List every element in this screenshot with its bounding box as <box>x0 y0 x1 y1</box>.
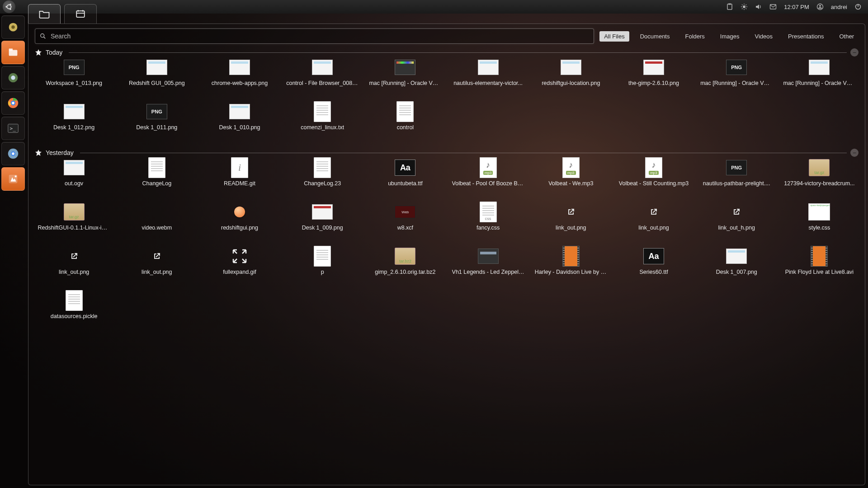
file-label: fullexpand.gif <box>223 269 256 275</box>
file-item[interactable]: ♪mp3Volbeat - Still Counting.mp3 <box>614 159 693 198</box>
filter-presentations[interactable]: Presentations <box>783 31 829 42</box>
file-label: redshiftgui-location.png <box>542 80 600 86</box>
file-label: Pink Floyd Live at Live8.avi <box>785 269 854 275</box>
file-item[interactable]: PNGnautilus-pathbar-prelight.... <box>698 159 776 198</box>
file-item[interactable]: mac [Running] - Oracle VM ... <box>366 58 444 98</box>
file-item[interactable]: Harley - Davidson Live by it... <box>532 247 610 287</box>
launcher-item-chromium[interactable] <box>1 142 25 165</box>
ubuntu-button[interactable] <box>3 0 15 13</box>
file-item[interactable]: comenzi_linux.txt <box>283 103 362 142</box>
top-panel: 12:07 PM andrei <box>0 0 868 14</box>
launcher-item-apps[interactable] <box>1 167 25 191</box>
file-item[interactable]: link_out.png <box>35 247 113 287</box>
file-item[interactable]: Desk 1_010.png <box>200 103 278 142</box>
search-row: All FilesDocumentsFoldersImagesVideosPre… <box>35 28 859 44</box>
file-label: Volbeat - We.mp3 <box>548 180 593 187</box>
launcher-item-sound[interactable] <box>1 15 25 39</box>
file-item[interactable]: README.git <box>200 159 278 198</box>
file-label: RedshiftGUI-0.1.1-Linux-i68... <box>38 225 110 231</box>
username[interactable]: andrei <box>831 4 847 10</box>
file-label: ChangeLog.23 <box>304 180 341 187</box>
file-item[interactable]: p <box>283 247 362 287</box>
svg-point-17 <box>819 5 821 7</box>
file-label: out.ogv <box>65 180 83 187</box>
indicator-messages[interactable] <box>769 3 777 10</box>
file-item[interactable]: AaSeries60.ttf <box>614 247 693 287</box>
file-item[interactable]: PNGWorkspace 1_013.png <box>35 58 113 98</box>
filter-documents[interactable]: Documents <box>636 31 675 42</box>
file-grid-yesterday: out.ogvChangeLogREADME.gitChangeLog.23Aa… <box>35 159 859 331</box>
filter-videos[interactable]: Videos <box>750 31 777 42</box>
file-item[interactable]: link_out.png <box>532 203 610 243</box>
launcher-item-terminal[interactable]: >_ <box>1 117 25 140</box>
filter-folders[interactable]: Folders <box>680 31 709 42</box>
file-item[interactable]: fullexpand.gif <box>200 247 278 287</box>
file-item[interactable]: Pink Floyd Live at Live8.avi <box>780 247 859 287</box>
file-item[interactable]: video.webm <box>118 203 196 243</box>
file-item[interactable]: Redshift GUI_005.png <box>118 58 196 98</box>
file-item[interactable]: chrome-web-apps.png <box>200 58 278 98</box>
file-item[interactable]: link_out_h.png <box>698 203 776 243</box>
file-label: Vh1 Legends - Led Zeppelin... <box>452 269 524 275</box>
file-item[interactable]: nautilus-elementary-victor... <box>449 58 527 98</box>
collapse-today[interactable]: − <box>850 48 859 56</box>
indicator-weather[interactable] <box>741 3 748 10</box>
file-item[interactable]: Webw8.xcf <box>366 203 444 243</box>
file-item[interactable]: ♪mp3Volbeat - Pool Of Booze Bo... <box>449 159 527 198</box>
clock[interactable]: 12:07 PM <box>784 4 809 10</box>
svg-rect-23 <box>9 49 13 51</box>
file-item[interactable]: Vh1 Legends - Led Zeppelin... <box>449 247 527 287</box>
file-item[interactable]: .a{color:#0a0}.b{margin:0}.c{padding:2px… <box>780 203 859 243</box>
divider <box>80 153 847 153</box>
file-item[interactable]: PNGmac [Running] - Oracle VM ... <box>698 58 776 98</box>
indicator-session[interactable] <box>816 3 824 10</box>
collapse-yesterday[interactable]: − <box>850 149 859 157</box>
search-box[interactable] <box>35 28 594 44</box>
launcher-item-app1[interactable] <box>1 66 25 89</box>
lens-tab-files[interactable] <box>28 4 61 23</box>
svg-line-13 <box>742 9 743 9</box>
file-label: style.css <box>808 225 830 231</box>
file-label: video.webm <box>142 225 172 231</box>
file-label: Workspace 1_013.png <box>46 80 102 86</box>
indicator-power[interactable] <box>854 3 862 10</box>
lens-tab-apps[interactable] <box>64 4 97 23</box>
filter-other[interactable]: Other <box>835 31 859 42</box>
file-label: the-gimp-2.6.10.png <box>628 80 679 86</box>
indicator-clipboard[interactable] <box>726 3 733 10</box>
file-item[interactable]: ♪mp3Volbeat - We.mp3 <box>532 159 610 198</box>
filter-all[interactable]: All Files <box>599 31 629 42</box>
filter-images[interactable]: Images <box>716 31 744 42</box>
file-item[interactable]: link_out.png <box>614 203 693 243</box>
file-item[interactable]: Desk 1_007.png <box>698 247 776 287</box>
launcher-item-files[interactable] <box>1 41 25 64</box>
file-item[interactable]: tar.gz127394-victory-breadcrum... <box>780 159 859 198</box>
file-item[interactable]: ChangeLog.23 <box>283 159 362 198</box>
launcher-item-chrome[interactable] <box>1 91 25 115</box>
file-item[interactable]: tar.gzRedshiftGUI-0.1.1-Linux-i68... <box>35 203 113 243</box>
file-item[interactable]: datasources.pickle <box>35 291 113 331</box>
file-item[interactable]: Desk 1_009.png <box>283 203 362 243</box>
file-item[interactable]: mac [Running] - Oracle VM ... <box>780 58 859 98</box>
file-item[interactable]: control - File Browser_008.p... <box>283 58 362 98</box>
file-item[interactable]: tar.bz2gimp_2.6.10.orig.tar.bz2 <box>366 247 444 287</box>
file-label: README.git <box>224 180 255 187</box>
file-label: Series60.ttf <box>639 269 668 275</box>
file-label: 127394-victory-breadcrum... <box>784 180 854 187</box>
file-item[interactable]: redshiftgui-location.png <box>532 58 610 98</box>
file-item[interactable]: the-gimp-2.6.10.png <box>614 58 693 98</box>
file-item[interactable]: link_out.png <box>118 247 196 287</box>
file-item[interactable]: Desk 1_012.png <box>35 103 113 142</box>
file-item[interactable]: ChangeLog <box>118 159 196 198</box>
file-item[interactable]: fancy.css <box>449 203 527 243</box>
svg-point-2 <box>9 4 11 5</box>
file-item[interactable]: control <box>366 103 444 142</box>
file-item[interactable]: Aaubuntubeta.ttf <box>366 159 444 198</box>
search-input[interactable] <box>50 32 589 40</box>
svg-point-33 <box>12 152 14 155</box>
file-item[interactable]: out.ogv <box>35 159 113 198</box>
file-label: comenzi_linux.txt <box>301 124 344 131</box>
file-item[interactable]: redshiftgui.png <box>200 203 278 243</box>
file-item[interactable]: PNGDesk 1_011.png <box>118 103 196 142</box>
indicator-sound[interactable] <box>755 3 762 10</box>
